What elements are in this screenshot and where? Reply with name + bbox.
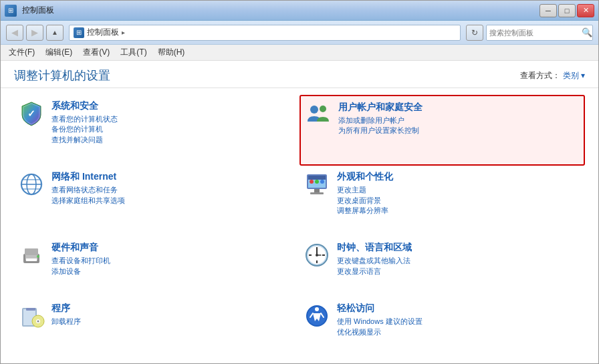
hardware-link-0[interactable]: 查看设备和打印机 bbox=[51, 256, 295, 266]
hardware-link-1[interactable]: 添加设备 bbox=[51, 266, 295, 277]
forward-icon: ▶ bbox=[31, 27, 38, 37]
ease-access-title[interactable]: 轻松访问 bbox=[337, 303, 581, 315]
ease-access-link-0[interactable]: 使用 Windows 建议的设置 bbox=[337, 317, 581, 327]
window-title: 控制面板 bbox=[22, 5, 54, 16]
window-icon: ⊞ bbox=[5, 5, 17, 17]
appearance-link-0[interactable]: 更改主题 bbox=[337, 185, 581, 195]
panel-grid: ✓ 系统和安全 查看您的计算机状态 备份您的计算机 查找并解决问题 bbox=[1, 88, 598, 364]
svg-text:✓: ✓ bbox=[27, 108, 35, 119]
programs-link-0[interactable]: 卸载程序 bbox=[51, 317, 295, 327]
menu-edit[interactable]: 编辑(E) bbox=[43, 45, 75, 59]
program-icon bbox=[18, 303, 45, 329]
user-icon bbox=[305, 102, 332, 128]
svg-point-21 bbox=[37, 255, 39, 258]
svg-rect-13 bbox=[310, 192, 324, 194]
svg-point-30 bbox=[316, 254, 318, 256]
menu-tools[interactable]: 工具(T) bbox=[118, 45, 149, 59]
search-icon[interactable]: 🔍 bbox=[582, 26, 592, 39]
panel-item-appearance[interactable]: 外观和个性化 更改主题 更改桌面背景 调整屏幕分辨率 bbox=[300, 166, 585, 236]
panel-item-clock[interactable]: 时钟、语言和区域 更改键盘或其他输入法 更改显示语言 bbox=[300, 236, 585, 297]
programs-text: 程序 卸载程序 bbox=[51, 303, 295, 327]
appearance-text: 外观和个性化 更改主题 更改桌面背景 调整屏幕分辨率 bbox=[337, 171, 581, 216]
title-bar-controls: ─ □ ✕ bbox=[540, 4, 594, 17]
network-icon bbox=[18, 171, 45, 198]
panel-item-ease-access[interactable]: 轻松访问 使用 Windows 建议的设置 优化视频显示 bbox=[300, 297, 585, 358]
appearance-link-1[interactable]: 更改桌面背景 bbox=[337, 196, 581, 206]
nav-bar: ◀ ▶ ▲ ⊞ 控制面板 ▸ ↻ 🔍 bbox=[1, 21, 598, 45]
svg-point-16 bbox=[320, 180, 324, 184]
menu-bar: 文件(F) 编辑(E) 查看(V) 工具(T) 帮助(H) bbox=[1, 45, 598, 61]
svg-rect-20 bbox=[26, 258, 37, 261]
network-text: 网络和 Internet 查看网络状态和任务 选择家庭组和共享选项 bbox=[51, 171, 295, 206]
panel-item-user-accounts[interactable]: 用户帐户和家庭安全 添加或删除用户帐户 为所有用户设置家长控制 bbox=[300, 95, 585, 166]
system-security-link-0[interactable]: 查看您的计算机状态 bbox=[51, 114, 295, 124]
clock-title[interactable]: 时钟、语言和区域 bbox=[337, 242, 581, 254]
refresh-button[interactable]: ↻ bbox=[466, 25, 483, 41]
forward-button[interactable]: ▶ bbox=[26, 25, 43, 41]
search-input[interactable] bbox=[489, 29, 582, 37]
network-title[interactable]: 网络和 Internet bbox=[51, 171, 295, 183]
back-button[interactable]: ◀ bbox=[6, 25, 23, 41]
svg-point-39 bbox=[315, 307, 319, 311]
svg-rect-11 bbox=[308, 176, 326, 180]
user-accounts-text: 用户帐户和家庭安全 添加或删除用户帐户 为所有用户设置家长控制 bbox=[338, 102, 580, 136]
svg-point-14 bbox=[310, 180, 314, 184]
main-header: 调整计算机的设置 查看方式： 类别 ▾ bbox=[1, 61, 598, 88]
svg-point-1 bbox=[310, 106, 318, 114]
close-button[interactable]: ✕ bbox=[577, 4, 594, 17]
system-security-link-2[interactable]: 查找并解决问题 bbox=[51, 135, 295, 145]
address-bar[interactable]: ⊞ 控制面板 ▸ bbox=[69, 25, 461, 41]
address-bar-icon: ⊞ bbox=[74, 27, 84, 38]
menu-help[interactable]: 帮助(H) bbox=[155, 45, 188, 59]
title-bar-left: ⊞ 控制面板 bbox=[5, 5, 54, 17]
clock-icon bbox=[304, 242, 330, 268]
menu-view[interactable]: 查看(V) bbox=[80, 45, 112, 59]
appearance-icon bbox=[304, 171, 330, 198]
up-button[interactable]: ▲ bbox=[46, 25, 64, 41]
view-mode-label: 查看方式： bbox=[520, 71, 560, 80]
shield-icon: ✓ bbox=[18, 100, 45, 127]
network-link-1[interactable]: 选择家庭组和共享选项 bbox=[51, 196, 295, 206]
title-bar: ⊞ 控制面板 ─ □ ✕ bbox=[1, 1, 598, 21]
clock-link-1[interactable]: 更改显示语言 bbox=[337, 266, 581, 277]
user-accounts-title[interactable]: 用户帐户和家庭安全 bbox=[338, 102, 580, 114]
programs-title[interactable]: 程序 bbox=[51, 303, 295, 315]
main-content: 调整计算机的设置 查看方式： 类别 ▾ bbox=[1, 61, 598, 364]
back-icon: ◀ bbox=[11, 27, 18, 37]
panel-item-system-security[interactable]: ✓ 系统和安全 查看您的计算机状态 备份您的计算机 查找并解决问题 bbox=[14, 95, 300, 166]
minimize-button[interactable]: ─ bbox=[540, 4, 557, 17]
panel-item-network[interactable]: 网络和 Internet 查看网络状态和任务 选择家庭组和共享选项 bbox=[14, 166, 300, 236]
ease-access-link-1[interactable]: 优化视频显示 bbox=[337, 327, 581, 337]
appearance-title[interactable]: 外观和个性化 bbox=[337, 171, 581, 183]
system-security-link-1[interactable]: 备份您的计算机 bbox=[51, 124, 295, 134]
menu-file[interactable]: 文件(F) bbox=[6, 45, 37, 59]
network-link-0[interactable]: 查看网络状态和任务 bbox=[51, 185, 295, 195]
hardware-text: 硬件和声音 查看设备和打印机 添加设备 bbox=[51, 242, 295, 277]
svg-point-36 bbox=[37, 321, 39, 323]
clock-text: 时钟、语言和区域 更改键盘或其他输入法 更改显示语言 bbox=[337, 242, 581, 277]
view-mode-control[interactable]: 查看方式： 类别 ▾ bbox=[520, 70, 585, 81]
system-security-text: 系统和安全 查看您的计算机状态 备份您的计算机 查找并解决问题 bbox=[51, 100, 295, 145]
hardware-icon bbox=[18, 242, 45, 268]
svg-rect-12 bbox=[314, 189, 320, 192]
panel-item-programs[interactable]: 程序 卸载程序 bbox=[14, 297, 300, 358]
svg-point-15 bbox=[315, 180, 319, 184]
user-accounts-link-0[interactable]: 添加或删除用户帐户 bbox=[338, 116, 580, 126]
search-bar[interactable]: 🔍 bbox=[486, 25, 593, 41]
page-title: 调整计算机的设置 bbox=[14, 67, 110, 83]
svg-rect-33 bbox=[26, 308, 35, 311]
address-arrow: ▸ bbox=[122, 29, 125, 36]
hardware-title[interactable]: 硬件和声音 bbox=[51, 242, 295, 254]
address-text: 控制面板 bbox=[87, 27, 119, 38]
easy-access-icon bbox=[304, 303, 330, 329]
maximize-button[interactable]: □ bbox=[558, 4, 576, 17]
clock-link-0[interactable]: 更改键盘或其他输入法 bbox=[337, 256, 581, 266]
ease-access-text: 轻松访问 使用 Windows 建议的设置 优化视频显示 bbox=[337, 303, 581, 337]
panel-item-hardware[interactable]: 硬件和声音 查看设备和打印机 添加设备 bbox=[14, 236, 300, 297]
appearance-link-2[interactable]: 调整屏幕分辨率 bbox=[337, 206, 581, 216]
user-accounts-link-1[interactable]: 为所有用户设置家长控制 bbox=[338, 126, 580, 136]
system-security-title[interactable]: 系统和安全 bbox=[51, 100, 295, 112]
svg-point-2 bbox=[320, 106, 326, 112]
svg-rect-19 bbox=[25, 248, 38, 255]
view-mode-value[interactable]: 类别 ▾ bbox=[563, 71, 585, 80]
